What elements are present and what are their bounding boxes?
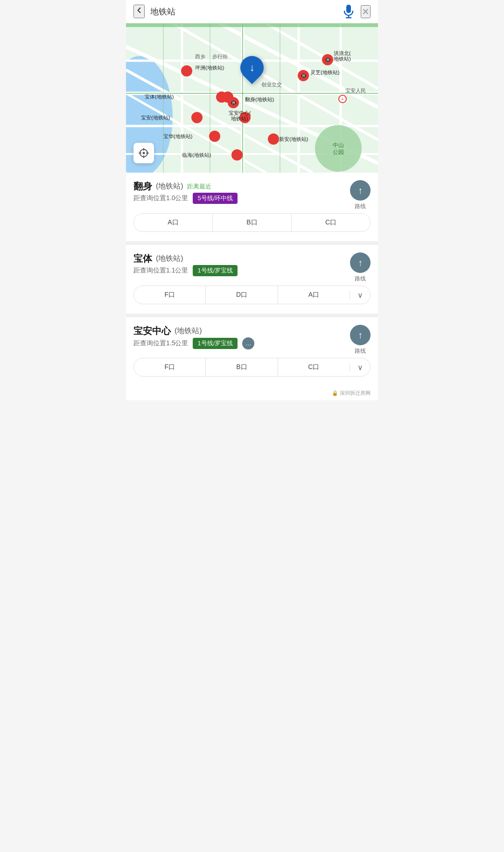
svg-text:步行街: 步行街	[212, 54, 228, 59]
exits-inner-baoti: F口 D口 A口	[134, 286, 350, 304]
route-arrow-baoti: ↑	[350, 252, 371, 273]
line-badge-baoan-center[interactable]: 1号线/罗宝线	[193, 338, 238, 349]
result-header-baoti: 宝体 (地铁站) 距查询位置1.1公里 1号线/罗宝线 ↑ 路线	[133, 252, 371, 283]
route-button-fangshen[interactable]: ↑ 路线	[350, 180, 371, 210]
exit-c-fangshen[interactable]: C口	[292, 214, 370, 231]
exit-b-fangshen[interactable]: B口	[213, 214, 292, 231]
svg-text:新安(地铁站): 新安(地铁站)	[279, 136, 308, 142]
more-badge-baoan-center[interactable]: …	[242, 337, 254, 349]
svg-point-48	[191, 112, 203, 123]
station-name-fangshen: 翻身	[133, 180, 152, 193]
exit-b-baoan-center[interactable]: B口	[206, 358, 278, 376]
result-info-fangshen: 距查询位置1.0公里 5号线/环中线	[133, 193, 238, 204]
svg-text:🚇: 🚇	[301, 73, 307, 79]
divider-1	[126, 241, 378, 245]
svg-point-53	[209, 131, 220, 142]
exit-f-baoan-center[interactable]: F口	[134, 358, 206, 376]
expand-exits-baoan-center[interactable]: ∨	[350, 363, 370, 372]
exits-inner-baoan-center: F口 B口 C口	[134, 358, 350, 376]
svg-text:中山: 中山	[333, 142, 344, 148]
chevron-down-icon-baoti: ∨	[357, 291, 363, 300]
result-card-fangshen: 翻身 (地铁站) 距离最近 距查询位置1.0公里 5号线/环中线 ↑ 路线 A口…	[126, 173, 378, 237]
route-label-baoan-center: 路线	[355, 347, 366, 355]
result-card-baoan-center: 宝安中心 (地铁站) 距查询位置1.5公里 1号线/罗宝线 … ↑ 路线 F口 …	[126, 317, 378, 382]
svg-point-55	[268, 133, 279, 145]
station-name-baoan-center: 宝安中心	[133, 325, 171, 337]
result-title-row-baoti: 宝体 (地铁站)	[133, 252, 238, 265]
route-label-fangshen: 路线	[355, 203, 366, 210]
search-bar: 地铁站 ✕	[126, 0, 378, 23]
svg-text:地铁站): 地铁站)	[333, 56, 351, 62]
watermark: 🔒 深圳拆迁房网	[126, 386, 378, 400]
result-info-baoti: 距查询位置1.1公里 1号线/罗宝线	[133, 265, 238, 276]
line-badge-baoti[interactable]: 1号线/罗宝线	[193, 265, 238, 276]
station-name-baoti: 宝体	[133, 252, 152, 265]
result-title-row: 翻身 (地铁站) 距离最近	[133, 180, 238, 193]
back-button[interactable]	[133, 5, 145, 18]
route-arrow-fangshen: ↑	[350, 180, 371, 201]
svg-text:宝安中心(: 宝安中心(	[229, 110, 251, 116]
line-badge-fangshen[interactable]: 5号线/环中线	[193, 193, 238, 204]
watermark-icon: 🔒	[332, 390, 338, 396]
watermark-text: 深圳拆迁房网	[340, 390, 371, 396]
arrow-up-icon: ↑	[358, 185, 363, 196]
svg-rect-0	[346, 5, 351, 13]
distance-fangshen: 距查询位置1.0公里	[133, 194, 188, 203]
arrow-up-icon-baoan-center: ↑	[358, 330, 363, 341]
station-subtitle-baoan-center: (地铁站)	[175, 326, 202, 336]
location-button[interactable]	[133, 143, 154, 163]
svg-text:灵芝(地铁站): 灵芝(地铁站)	[310, 70, 339, 75]
svg-text:宝安人民: 宝安人民	[345, 88, 366, 93]
exit-d-baoti[interactable]: D口	[206, 286, 278, 304]
exits-container-baoti: F口 D口 A口 ∨	[133, 286, 371, 304]
svg-text:洪浪北(: 洪浪北(	[334, 50, 351, 56]
svg-text:公园: 公园	[333, 149, 344, 155]
station-subtitle-fangshen: (地铁站)	[156, 182, 183, 191]
expand-exits-baoti[interactable]: ∨	[350, 291, 370, 300]
close-button[interactable]: ✕	[361, 5, 371, 18]
route-button-baoti[interactable]: ↑ 路线	[350, 252, 371, 283]
route-button-baoan-center[interactable]: ↑ 路线	[350, 325, 371, 355]
result-info-baoan-center: 距查询位置1.5公里 1号线/罗宝线 …	[133, 337, 254, 349]
result-header-fangshen: 翻身 (地铁站) 距离最近 距查询位置1.0公里 5号线/环中线 ↑ 路线	[133, 180, 371, 210]
nearest-badge-fangshen: 距离最近	[187, 182, 211, 191]
svg-point-60	[143, 152, 145, 154]
exit-a-fangshen[interactable]: A口	[134, 214, 213, 231]
mic-button[interactable]	[342, 5, 355, 18]
current-location-marker: ↓	[238, 56, 266, 89]
result-title-row-baoan-center: 宝安中心 (地铁站)	[133, 325, 254, 337]
route-arrow-baoan-center: ↑	[350, 325, 371, 345]
exits-container-baoan-center: F口 B口 C口 ∨	[133, 358, 371, 377]
svg-rect-26	[126, 23, 378, 27]
svg-text:宝华(地铁站): 宝华(地铁站)	[163, 133, 192, 139]
svg-point-47	[216, 91, 227, 103]
svg-text:临海(地铁站): 临海(地铁站)	[182, 152, 211, 158]
svg-point-20	[315, 125, 362, 172]
exit-a-baoti[interactable]: A口	[278, 286, 350, 304]
route-label-baoti: 路线	[355, 275, 366, 283]
result-card-baoti: 宝体 (地铁站) 距查询位置1.1公里 1号线/罗宝线 ↑ 路线 F口 D口 A…	[126, 245, 378, 310]
svg-text:西乡: 西乡	[195, 54, 205, 59]
svg-point-43	[181, 65, 192, 77]
svg-text:地铁站): 地铁站)	[231, 116, 248, 121]
map-roads-svg: 中山 公园 步行街 西乡 创业立交 宝安人民 + 🚇 翻身(地铁站) 🚇 灵芝(…	[126, 23, 378, 173]
exit-c-baoan-center[interactable]: C口	[278, 358, 350, 376]
svg-text:宝体(地铁站): 宝体(地铁站)	[145, 94, 174, 99]
results-list: 翻身 (地铁站) 距离最近 距查询位置1.0公里 5号线/环中线 ↑ 路线 A口…	[126, 173, 378, 400]
svg-text:翻身(地铁站): 翻身(地铁站)	[245, 97, 274, 102]
svg-text:🚇: 🚇	[231, 100, 237, 106]
svg-text:🚇: 🚇	[325, 57, 331, 63]
map-area[interactable]: 中山 公园 步行街 西乡 创业立交 宝安人民 + 🚇 翻身(地铁站) 🚇 灵芝(…	[126, 23, 378, 173]
divider-2	[126, 314, 378, 317]
svg-point-57	[231, 149, 243, 161]
svg-text:坪洲(地铁站): 坪洲(地铁站)	[195, 65, 224, 70]
search-input[interactable]: 地铁站	[150, 6, 336, 17]
result-header-baoan-center: 宝安中心 (地铁站) 距查询位置1.5公里 1号线/罗宝线 … ↑ 路线	[133, 325, 371, 355]
svg-text:+: +	[341, 97, 344, 102]
station-subtitle-baoti: (地铁站)	[156, 254, 183, 264]
svg-text:宝安(地铁站): 宝安(地铁站)	[141, 115, 170, 120]
distance-baoan-center: 距查询位置1.5公里	[133, 339, 188, 348]
distance-baoti: 距查询位置1.1公里	[133, 266, 188, 275]
chevron-down-icon-baoan-center: ∨	[357, 363, 363, 372]
exit-f-baoti[interactable]: F口	[134, 286, 206, 304]
